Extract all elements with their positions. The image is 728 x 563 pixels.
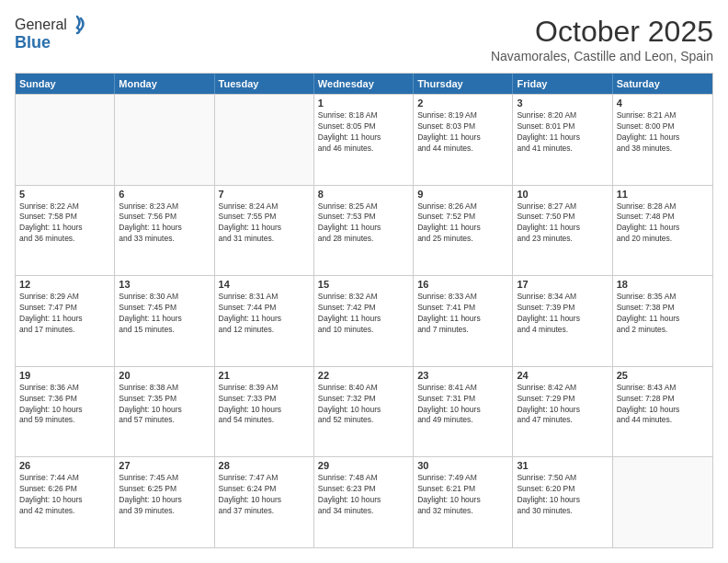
date-number: 9 bbox=[417, 189, 508, 200]
day-cell-1: 1Sunrise: 8:18 AM Sunset: 8:05 PM Daylig… bbox=[314, 95, 414, 185]
title-section: October 2025 Navamorales, Castille and L… bbox=[491, 15, 713, 63]
day-cell-26: 26Sunrise: 7:44 AM Sunset: 6:26 PM Dayli… bbox=[16, 457, 115, 547]
cell-info-text: Sunrise: 8:34 AM Sunset: 7:39 PM Dayligh… bbox=[517, 292, 608, 336]
day-header-saturday: Saturday bbox=[613, 74, 712, 94]
day-cell-10: 10Sunrise: 8:27 AM Sunset: 7:50 PM Dayli… bbox=[513, 186, 612, 276]
day-cell-14: 14Sunrise: 8:31 AM Sunset: 7:44 PM Dayli… bbox=[215, 276, 314, 366]
cell-info-text: Sunrise: 7:47 AM Sunset: 6:24 PM Dayligh… bbox=[219, 473, 310, 517]
week-row-5: 26Sunrise: 7:44 AM Sunset: 6:26 PM Dayli… bbox=[16, 456, 712, 547]
date-number: 18 bbox=[617, 279, 709, 290]
week-row-4: 19Sunrise: 8:36 AM Sunset: 7:36 PM Dayli… bbox=[16, 366, 712, 457]
day-cell-31: 31Sunrise: 7:50 AM Sunset: 6:20 PM Dayli… bbox=[513, 457, 612, 547]
page: General Blue October 2025 Navamorales, C… bbox=[0, 0, 728, 563]
cell-info-text: Sunrise: 7:44 AM Sunset: 6:26 PM Dayligh… bbox=[19, 473, 110, 517]
cell-info-text: Sunrise: 8:40 AM Sunset: 7:32 PM Dayligh… bbox=[318, 383, 409, 427]
cell-info-text: Sunrise: 8:42 AM Sunset: 7:29 PM Dayligh… bbox=[517, 383, 608, 427]
day-header-monday: Monday bbox=[115, 74, 214, 94]
calendar: SundayMondayTuesdayWednesdayThursdayFrid… bbox=[15, 73, 713, 548]
day-header-thursday: Thursday bbox=[414, 74, 513, 94]
day-cell-17: 17Sunrise: 8:34 AM Sunset: 7:39 PM Dayli… bbox=[513, 276, 612, 366]
cell-info-text: Sunrise: 8:41 AM Sunset: 7:31 PM Dayligh… bbox=[417, 383, 508, 427]
date-number: 20 bbox=[119, 370, 210, 381]
cell-info-text: Sunrise: 8:30 AM Sunset: 7:45 PM Dayligh… bbox=[119, 292, 210, 336]
date-number: 23 bbox=[417, 370, 508, 381]
day-cell-12: 12Sunrise: 8:29 AM Sunset: 7:47 PM Dayli… bbox=[16, 276, 115, 366]
week-row-3: 12Sunrise: 8:29 AM Sunset: 7:47 PM Dayli… bbox=[16, 275, 712, 366]
date-number: 12 bbox=[19, 279, 110, 290]
header: General Blue October 2025 Navamorales, C… bbox=[15, 15, 713, 63]
date-number: 17 bbox=[517, 279, 608, 290]
date-number: 7 bbox=[219, 189, 310, 200]
date-number: 16 bbox=[417, 279, 508, 290]
day-cell-5: 5Sunrise: 8:22 AM Sunset: 7:58 PM Daylig… bbox=[16, 186, 115, 276]
logo: General Blue bbox=[15, 15, 85, 52]
cell-info-text: Sunrise: 7:50 AM Sunset: 6:20 PM Dayligh… bbox=[517, 473, 608, 517]
day-cell-3: 3Sunrise: 8:20 AM Sunset: 8:01 PM Daylig… bbox=[513, 95, 612, 185]
day-cell-21: 21Sunrise: 8:39 AM Sunset: 7:33 PM Dayli… bbox=[215, 367, 314, 457]
date-number: 29 bbox=[318, 460, 409, 471]
logo-blue-text: Blue bbox=[15, 33, 85, 52]
cell-info-text: Sunrise: 8:27 AM Sunset: 7:50 PM Dayligh… bbox=[517, 201, 608, 246]
cell-info-text: Sunrise: 7:45 AM Sunset: 6:25 PM Dayligh… bbox=[119, 473, 210, 517]
date-number: 4 bbox=[617, 98, 709, 109]
cell-info-text: Sunrise: 8:23 AM Sunset: 7:56 PM Dayligh… bbox=[119, 201, 210, 246]
day-cell-8: 8Sunrise: 8:25 AM Sunset: 7:53 PM Daylig… bbox=[314, 186, 414, 276]
cell-info-text: Sunrise: 8:18 AM Sunset: 8:05 PM Dayligh… bbox=[318, 110, 409, 155]
date-number: 15 bbox=[318, 279, 409, 290]
day-cell-13: 13Sunrise: 8:30 AM Sunset: 7:45 PM Dayli… bbox=[115, 276, 214, 366]
empty-cell bbox=[613, 457, 712, 547]
week-row-1: 1Sunrise: 8:18 AM Sunset: 8:05 PM Daylig… bbox=[16, 94, 712, 185]
logo-wave-icon bbox=[69, 15, 85, 35]
cell-info-text: Sunrise: 7:48 AM Sunset: 6:23 PM Dayligh… bbox=[318, 473, 409, 517]
day-cell-11: 11Sunrise: 8:28 AM Sunset: 7:48 PM Dayli… bbox=[613, 186, 712, 276]
cell-info-text: Sunrise: 8:20 AM Sunset: 8:01 PM Dayligh… bbox=[517, 110, 608, 155]
cell-info-text: Sunrise: 8:29 AM Sunset: 7:47 PM Dayligh… bbox=[19, 292, 110, 336]
date-number: 27 bbox=[119, 460, 210, 471]
day-header-wednesday: Wednesday bbox=[314, 74, 414, 94]
day-cell-28: 28Sunrise: 7:47 AM Sunset: 6:24 PM Dayli… bbox=[215, 457, 314, 547]
cell-info-text: Sunrise: 8:43 AM Sunset: 7:28 PM Dayligh… bbox=[617, 383, 709, 427]
cell-info-text: Sunrise: 8:25 AM Sunset: 7:53 PM Dayligh… bbox=[318, 201, 409, 246]
date-number: 3 bbox=[517, 98, 608, 109]
date-number: 25 bbox=[617, 370, 709, 381]
day-cell-16: 16Sunrise: 8:33 AM Sunset: 7:41 PM Dayli… bbox=[414, 276, 513, 366]
day-cell-7: 7Sunrise: 8:24 AM Sunset: 7:55 PM Daylig… bbox=[215, 186, 314, 276]
cell-info-text: Sunrise: 8:33 AM Sunset: 7:41 PM Dayligh… bbox=[417, 292, 508, 336]
empty-cell bbox=[16, 95, 115, 185]
calendar-header: SundayMondayTuesdayWednesdayThursdayFrid… bbox=[16, 74, 712, 94]
cell-info-text: Sunrise: 8:31 AM Sunset: 7:44 PM Dayligh… bbox=[219, 292, 310, 336]
cell-info-text: Sunrise: 8:39 AM Sunset: 7:33 PM Dayligh… bbox=[219, 383, 310, 427]
logo-general-text: General bbox=[15, 17, 67, 33]
calendar-body: 1Sunrise: 8:18 AM Sunset: 8:05 PM Daylig… bbox=[16, 94, 712, 547]
cell-info-text: Sunrise: 8:24 AM Sunset: 7:55 PM Dayligh… bbox=[219, 201, 310, 246]
date-number: 31 bbox=[517, 460, 608, 471]
date-number: 5 bbox=[19, 189, 110, 200]
location-title: Navamorales, Castille and Leon, Spain bbox=[491, 49, 713, 63]
day-cell-18: 18Sunrise: 8:35 AM Sunset: 7:38 PM Dayli… bbox=[613, 276, 712, 366]
day-cell-4: 4Sunrise: 8:21 AM Sunset: 8:00 PM Daylig… bbox=[613, 95, 712, 185]
cell-info-text: Sunrise: 8:35 AM Sunset: 7:38 PM Dayligh… bbox=[617, 292, 709, 336]
date-number: 13 bbox=[119, 279, 210, 290]
day-cell-15: 15Sunrise: 8:32 AM Sunset: 7:42 PM Dayli… bbox=[314, 276, 414, 366]
date-number: 2 bbox=[417, 98, 508, 109]
date-number: 8 bbox=[318, 189, 409, 200]
day-cell-20: 20Sunrise: 8:38 AM Sunset: 7:35 PM Dayli… bbox=[115, 367, 214, 457]
cell-info-text: Sunrise: 8:32 AM Sunset: 7:42 PM Dayligh… bbox=[318, 292, 409, 336]
day-header-sunday: Sunday bbox=[16, 74, 115, 94]
empty-cell bbox=[215, 95, 314, 185]
cell-info-text: Sunrise: 8:28 AM Sunset: 7:48 PM Dayligh… bbox=[617, 201, 709, 246]
date-number: 19 bbox=[19, 370, 110, 381]
date-number: 21 bbox=[219, 370, 310, 381]
day-cell-2: 2Sunrise: 8:19 AM Sunset: 8:03 PM Daylig… bbox=[414, 95, 513, 185]
day-cell-22: 22Sunrise: 8:40 AM Sunset: 7:32 PM Dayli… bbox=[314, 367, 414, 457]
date-number: 14 bbox=[219, 279, 310, 290]
date-number: 26 bbox=[19, 460, 110, 471]
cell-info-text: Sunrise: 8:19 AM Sunset: 8:03 PM Dayligh… bbox=[417, 110, 508, 155]
cell-info-text: Sunrise: 8:26 AM Sunset: 7:52 PM Dayligh… bbox=[417, 201, 508, 246]
day-cell-30: 30Sunrise: 7:49 AM Sunset: 6:21 PM Dayli… bbox=[414, 457, 513, 547]
empty-cell bbox=[115, 95, 214, 185]
date-number: 28 bbox=[219, 460, 310, 471]
day-cell-23: 23Sunrise: 8:41 AM Sunset: 7:31 PM Dayli… bbox=[414, 367, 513, 457]
date-number: 24 bbox=[517, 370, 608, 381]
month-title: October 2025 bbox=[491, 15, 713, 49]
